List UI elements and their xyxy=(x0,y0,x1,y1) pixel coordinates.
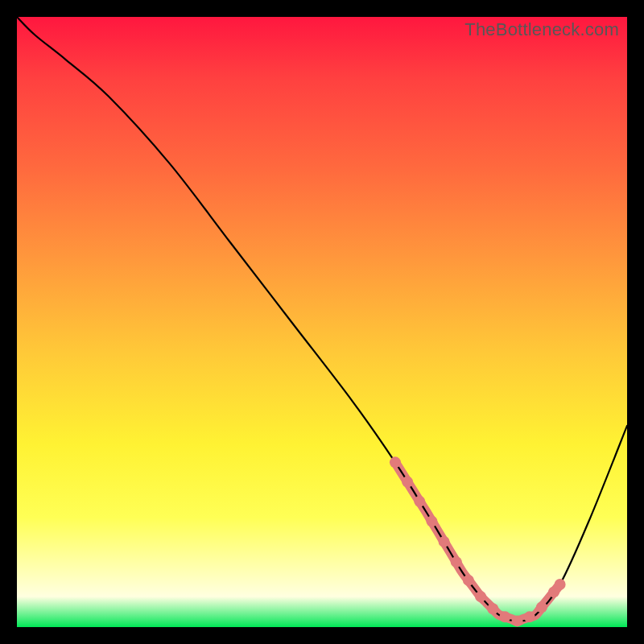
optimal-point-dot xyxy=(439,536,450,547)
optimal-range-highlight xyxy=(395,462,560,621)
optimal-point-dot xyxy=(487,603,498,614)
optimal-point-dot xyxy=(463,575,474,586)
bottleneck-curve-svg xyxy=(17,17,627,627)
chart-plot-area: TheBottleneck.com xyxy=(17,17,627,627)
optimal-point-dot xyxy=(524,611,535,622)
optimal-point-dot xyxy=(536,601,547,613)
optimal-point-dot xyxy=(414,496,425,507)
optimal-point-dot xyxy=(426,516,437,527)
optimal-point-dot xyxy=(390,456,401,468)
optimal-range-dots xyxy=(390,456,566,626)
optimal-point-dot xyxy=(512,615,523,626)
optimal-point-dot xyxy=(451,556,462,568)
bottleneck-curve-line xyxy=(17,17,627,621)
optimal-point-dot xyxy=(475,591,486,602)
optimal-point-dot xyxy=(499,611,510,622)
watermark-label: TheBottleneck.com xyxy=(464,19,619,40)
optimal-point-dot xyxy=(402,477,413,488)
optimal-point-dot xyxy=(548,586,559,597)
optimal-point-dot xyxy=(555,579,566,590)
